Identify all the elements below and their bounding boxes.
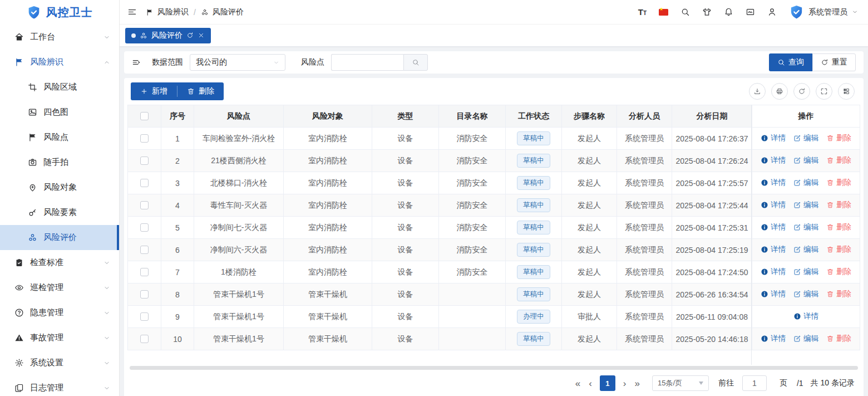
detail-link[interactable]: 详情 [761,200,786,210]
sidebar-item-workbench[interactable]: 工作台 [0,25,119,50]
topbar-actions: TT ★ 系统管理员 [638,4,858,19]
row-checkbox[interactable] [140,223,149,232]
sidebar-item-check-standard[interactable]: 检查标准 [0,250,119,275]
page-number-button[interactable]: 1 [600,375,615,391]
edit-link[interactable]: 编辑 [793,200,818,210]
profile-person-icon[interactable] [767,7,777,17]
input-search-icon[interactable] [403,54,428,71]
sidebar-item-hazard-management[interactable]: 隐患管理 [0,300,119,325]
sidebar-item-system-settings[interactable]: 系统设置 [0,350,119,375]
sidebar-item-risk-identification[interactable]: 风险辨识 [0,50,119,75]
row-checkbox[interactable] [140,290,149,299]
screenshot-icon[interactable] [746,7,755,17]
delete-link[interactable]: 删除 [826,289,851,299]
select-all-checkbox[interactable] [140,112,149,120]
delete-link[interactable]: 删除 [826,133,851,143]
print-button[interactable] [771,83,788,100]
sidebar-item-inspection-management[interactable]: 巡检管理 [0,275,119,300]
sidebar-item-log-management[interactable]: 日志管理 [0,375,119,396]
pagination: « ‹ 1 › » 15条/页 前往 页 /1 共 10 条记录 [574,375,855,391]
delete-link[interactable]: 删除 [826,245,851,255]
tabbar: 风险评价 [120,25,868,47]
delete-link[interactable]: 删除 [826,155,851,165]
detail-link[interactable]: 详情 [761,155,786,165]
last-page-button[interactable]: » [633,379,641,388]
cell-analyst: 系统管理员 [617,328,672,350]
delete-link[interactable]: 删除 [826,222,851,232]
delete-link[interactable]: 删除 [826,200,851,210]
breadcrumb-level1[interactable]: 风险辨识 [157,7,189,17]
detail-link[interactable]: 详情 [761,133,786,143]
tab-refresh-icon[interactable] [186,32,194,39]
first-page-button[interactable]: « [574,379,582,388]
edit-link[interactable]: 编辑 [793,178,818,188]
sidebar-item-snapshot[interactable]: 随手拍 [0,150,119,175]
theme-tshirt-icon[interactable] [702,7,712,17]
edit-link[interactable]: 编辑 [793,222,818,232]
fullscreen-button[interactable] [816,83,832,100]
delete-link[interactable]: 删除 [826,267,851,277]
flag-icon [146,8,154,16]
sidebar-item-four-color-map[interactable]: 四色图 [0,100,119,125]
sidebar-item-risk-evaluation[interactable]: 风险评价 [0,225,119,250]
detail-link[interactable]: 详情 [761,267,786,277]
detail-link[interactable]: 详情 [761,245,786,255]
cell-analyst: 系统管理员 [617,194,672,217]
page-size-select[interactable]: 15条/页 [652,375,709,391]
cell-status: 办理中 [506,306,562,328]
delete-link[interactable]: 删除 [826,178,851,188]
tab-close-icon[interactable] [198,32,205,39]
scope-select[interactable]: 我公司的 [190,54,285,71]
sidebar-item-risk-area[interactable]: 风险区域 [0,75,119,100]
filter-collapse-icon[interactable] [132,58,141,67]
detail-link[interactable]: 详情 [761,289,786,299]
delete-link[interactable]: 删除 [826,334,851,344]
row-checkbox[interactable] [140,157,149,165]
edit-link[interactable]: 编辑 [793,155,818,165]
sidebar-item-risk-object[interactable]: 风险对象 [0,175,119,200]
detail-link[interactable]: 详情 [761,334,786,344]
detail-link[interactable]: 详情 [793,311,818,321]
sidebar-item-accident-management[interactable]: 事故管理 [0,325,119,350]
search-icon[interactable] [680,7,690,17]
horizontal-scrollbar[interactable] [130,366,858,370]
refresh-table-button[interactable] [793,83,810,100]
edit-link[interactable]: 编辑 [793,245,818,255]
next-page-button[interactable]: › [622,379,628,388]
row-checkbox[interactable] [140,134,149,143]
delete-button[interactable]: 删除 [177,82,224,100]
edit-link[interactable]: 编辑 [793,289,818,299]
sidebar-item-risk-factor[interactable]: 风险要素 [0,200,119,225]
tab-risk-evaluation[interactable]: 风险评价 [125,28,211,43]
column-header: 工作状态 [506,105,562,128]
row-checkbox[interactable] [140,335,149,343]
detail-link[interactable]: 详情 [761,222,786,232]
user-menu[interactable]: 系统管理员 [789,4,858,19]
row-checkbox[interactable] [140,201,149,209]
sidebar-item-risk-point[interactable]: 风险点 [0,125,119,150]
edit-link[interactable]: 编辑 [793,267,818,277]
cell-analyst: 系统管理员 [617,172,672,194]
font-size-icon[interactable]: TT [638,7,647,17]
column-settings-button[interactable] [838,83,855,100]
risk-point-input[interactable] [331,54,403,71]
export-download-button[interactable] [749,83,766,100]
reset-button[interactable]: 重置 [812,53,856,71]
edit-link[interactable]: 编辑 [793,334,818,344]
add-button[interactable]: 新增 [131,82,177,100]
row-checkbox[interactable] [140,246,149,254]
cell-catalog: 消防安全 [439,217,506,239]
prev-page-button[interactable]: ‹ [587,379,594,388]
detail-link[interactable]: 详情 [761,178,786,188]
row-checkbox[interactable] [140,179,149,187]
language-flag-icon[interactable]: ★ [659,9,668,16]
goto-page-input[interactable] [742,375,767,391]
collapse-sidebar-icon[interactable] [127,7,137,17]
query-button[interactable]: 查询 [769,53,812,71]
row-checkbox[interactable] [140,312,149,321]
row-checkbox[interactable] [140,268,149,276]
notification-bell-icon[interactable] [724,7,733,17]
cell-actions: 详情 [752,306,860,328]
edit-link[interactable]: 编辑 [793,133,818,143]
cell-actions: 详情编辑删除 [752,261,860,283]
